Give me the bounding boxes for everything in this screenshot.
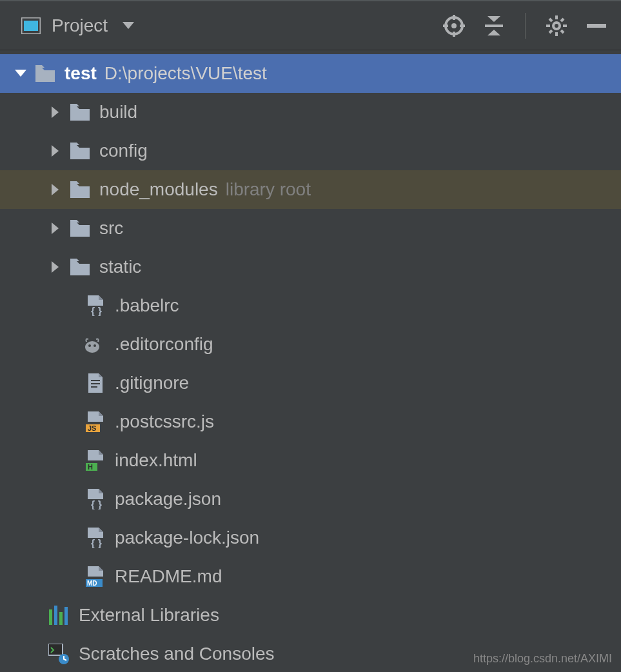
- watermark: https://blog.csdn.net/AXIMI: [473, 652, 612, 666]
- svg-marker-24: [52, 184, 59, 195]
- expand-down-icon[interactable]: [13, 70, 28, 77]
- tree-folder-library[interactable]: node_modules library root: [0, 170, 621, 209]
- tree-folder[interactable]: src: [0, 209, 621, 248]
- html-file-icon: H: [84, 449, 107, 472]
- tree-file[interactable]: .gitignore: [0, 364, 621, 402]
- svg-rect-42: [49, 609, 52, 625]
- file-label: .postcssrc.js: [115, 411, 214, 432]
- expand-right-icon[interactable]: [48, 261, 63, 273]
- svg-marker-21: [15, 70, 26, 77]
- folder-icon: [68, 101, 92, 124]
- gear-icon[interactable]: [545, 14, 568, 37]
- tree-folder[interactable]: static: [0, 248, 621, 286]
- file-label: .gitignore: [115, 373, 189, 393]
- tree-root[interactable]: test D:\projects\VUE\test: [0, 54, 621, 93]
- svg-line-18: [561, 19, 564, 21]
- locate-icon[interactable]: [442, 14, 466, 37]
- svg-marker-11: [488, 30, 500, 35]
- toolbar-left: Project: [19, 14, 140, 37]
- project-toolbar: Project: [0, 0, 621, 50]
- svg-text:{ }: { }: [91, 306, 102, 316]
- svg-text:JS: JS: [88, 424, 96, 432]
- svg-marker-25: [52, 222, 59, 234]
- svg-rect-44: [59, 612, 63, 625]
- root-path: D:\projects\VUE\test: [104, 63, 267, 84]
- folder-label: config: [99, 141, 148, 161]
- text-file-icon: [84, 371, 107, 395]
- toolbar-right: [442, 13, 608, 39]
- tree-file[interactable]: .editorconfig: [0, 325, 621, 364]
- svg-rect-45: [64, 607, 68, 625]
- expand-right-icon[interactable]: [48, 184, 63, 195]
- file-label: package-lock.json: [115, 528, 259, 548]
- svg-rect-46: [48, 644, 63, 655]
- file-label: index.html: [115, 450, 197, 471]
- svg-marker-2: [123, 22, 134, 29]
- folder-icon: [68, 139, 92, 163]
- svg-point-29: [88, 344, 91, 347]
- editorconfig-file-icon: [84, 333, 107, 356]
- svg-marker-9: [488, 16, 500, 22]
- project-view-label[interactable]: Project: [52, 15, 108, 36]
- expand-right-icon[interactable]: [48, 222, 63, 234]
- svg-text:{ }: { }: [91, 499, 102, 509]
- folder-icon: [68, 178, 92, 201]
- json-file-icon: { }: [84, 488, 107, 511]
- dropdown-icon[interactable]: [117, 14, 140, 37]
- tree-folder[interactable]: build: [0, 93, 621, 132]
- svg-text:{ }: { }: [91, 538, 102, 548]
- folder-icon: [34, 62, 57, 85]
- folder-icon: [68, 217, 92, 240]
- external-libraries[interactable]: External Libraries: [0, 596, 621, 635]
- expand-right-icon[interactable]: [48, 145, 63, 157]
- svg-line-16: [549, 19, 552, 21]
- folder-label: build: [99, 102, 137, 123]
- svg-marker-22: [52, 106, 59, 118]
- minimize-icon[interactable]: [585, 14, 608, 37]
- folder-label: static: [99, 257, 141, 277]
- folder-suffix: library root: [226, 179, 311, 200]
- svg-rect-1: [24, 21, 38, 31]
- js-file-icon: JS: [84, 410, 107, 433]
- expand-right-icon[interactable]: [48, 106, 63, 118]
- tree-file[interactable]: { } package-lock.json: [0, 519, 621, 557]
- project-view-icon[interactable]: [19, 14, 43, 37]
- svg-marker-26: [52, 261, 59, 273]
- tree-folder[interactable]: config: [0, 132, 621, 170]
- svg-line-17: [561, 30, 564, 33]
- toolbar-divider: [525, 13, 526, 39]
- svg-rect-33: [91, 386, 97, 388]
- svg-text:MD: MD: [87, 580, 97, 587]
- project-tree: test D:\projects\VUE\test build config n…: [0, 50, 621, 672]
- svg-marker-23: [52, 145, 59, 157]
- svg-point-30: [94, 344, 96, 347]
- svg-rect-43: [54, 606, 57, 625]
- root-name: test: [64, 63, 97, 84]
- file-label: package.json: [115, 489, 221, 509]
- tree-file[interactable]: JS .postcssrc.js: [0, 402, 621, 441]
- folder-icon: [68, 255, 92, 279]
- file-label: .editorconfig: [115, 334, 213, 355]
- file-label: README.md: [115, 566, 222, 587]
- tree-file[interactable]: { } package.json: [0, 480, 621, 519]
- folder-label: src: [99, 218, 123, 239]
- svg-rect-32: [91, 383, 100, 384]
- libraries-icon: [48, 604, 71, 627]
- svg-line-19: [549, 30, 552, 33]
- svg-rect-10: [485, 25, 503, 27]
- json-file-icon: { }: [84, 294, 107, 317]
- md-file-icon: MD: [84, 565, 107, 588]
- collapse-all-icon[interactable]: [482, 14, 506, 37]
- folder-label: node_modules: [99, 179, 218, 200]
- file-label: .babelrc: [115, 295, 179, 316]
- tree-file[interactable]: H index.html: [0, 441, 621, 480]
- node-label: External Libraries: [79, 605, 219, 626]
- tree-file[interactable]: { } .babelrc: [0, 286, 621, 325]
- svg-point-28: [85, 341, 99, 353]
- svg-point-8: [451, 23, 457, 28]
- svg-text:H: H: [88, 463, 93, 471]
- json-file-icon: { }: [84, 526, 107, 549]
- svg-rect-20: [587, 24, 606, 28]
- tree-file[interactable]: MD README.md: [0, 557, 621, 596]
- node-label: Scratches and Consoles: [79, 644, 275, 664]
